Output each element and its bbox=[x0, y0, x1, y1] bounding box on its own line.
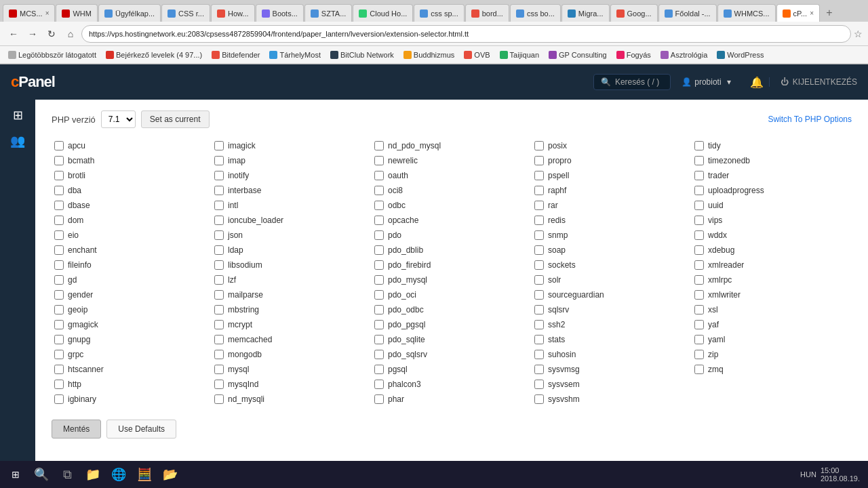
ext-checkbox-xdebug[interactable] bbox=[694, 245, 704, 255]
ext-checkbox-oauth[interactable] bbox=[374, 171, 384, 180]
ext-checkbox-odbc[interactable] bbox=[374, 201, 384, 210]
tab-ugyfel[interactable]: Ügyfélkap... bbox=[98, 4, 161, 22]
taskbar-search[interactable]: 🔍 bbox=[29, 462, 54, 487]
bm-wordpress[interactable]: WordPress bbox=[713, 49, 768, 60]
users-icon[interactable]: 👥 bbox=[10, 134, 25, 148]
ext-checkbox-htscanner[interactable] bbox=[54, 365, 64, 374]
ext-checkbox-geoip[interactable] bbox=[54, 305, 64, 314]
ext-checkbox-igbinary[interactable] bbox=[54, 394, 64, 404]
ext-checkbox-brotli[interactable] bbox=[54, 171, 64, 180]
save-button[interactable]: Mentés bbox=[52, 420, 101, 439]
ext-checkbox-sqlsrv[interactable] bbox=[534, 305, 544, 314]
ext-checkbox-nd_pdo_mysql[interactable] bbox=[374, 141, 384, 150]
ext-checkbox-phalcon3[interactable] bbox=[374, 380, 384, 389]
tab-whmcs[interactable]: WHMCS... bbox=[717, 4, 776, 22]
ext-checkbox-redis[interactable] bbox=[534, 216, 544, 225]
ext-checkbox-bcmath[interactable] bbox=[54, 156, 64, 165]
ext-checkbox-solr[interactable] bbox=[534, 275, 544, 285]
ext-checkbox-suhosin[interactable] bbox=[534, 350, 544, 359]
tab-how[interactable]: How... bbox=[211, 4, 255, 22]
ext-checkbox-oci8[interactable] bbox=[374, 186, 384, 195]
tab-foldal[interactable]: Főoldal -... bbox=[658, 4, 717, 22]
ext-checkbox-eio[interactable] bbox=[54, 230, 64, 240]
ext-checkbox-wddx[interactable] bbox=[694, 230, 704, 240]
ext-checkbox-yaml[interactable] bbox=[694, 335, 704, 344]
ext-checkbox-imagick[interactable] bbox=[214, 141, 224, 150]
use-defaults-button[interactable]: Use Defaults bbox=[106, 420, 176, 439]
ext-checkbox-snmp[interactable] bbox=[534, 230, 544, 240]
ext-checkbox-raphf[interactable] bbox=[534, 186, 544, 195]
taskbar-taskview[interactable]: ⧉ bbox=[55, 462, 79, 487]
ext-checkbox-imap[interactable] bbox=[214, 156, 224, 165]
ext-checkbox-posix[interactable] bbox=[534, 141, 544, 150]
tab-close-mcs[interactable]: × bbox=[45, 9, 50, 17]
bm-ovb[interactable]: OVB bbox=[460, 49, 494, 60]
ext-checkbox-enchant[interactable] bbox=[54, 245, 64, 255]
set-current-button[interactable]: Set as current bbox=[141, 110, 210, 128]
ext-checkbox-rar[interactable] bbox=[534, 201, 544, 210]
ext-checkbox-trader[interactable] bbox=[694, 171, 704, 180]
ext-checkbox-pdo_oci[interactable] bbox=[374, 290, 384, 300]
ext-checkbox-lzf[interactable] bbox=[214, 275, 224, 285]
ext-checkbox-mcrypt[interactable] bbox=[214, 320, 224, 329]
ext-checkbox-zmq[interactable] bbox=[694, 365, 704, 374]
ext-checkbox-pspell[interactable] bbox=[534, 171, 544, 180]
ext-checkbox-vips[interactable] bbox=[694, 216, 704, 225]
ext-checkbox-sourceguardian[interactable] bbox=[534, 290, 544, 300]
ext-checkbox-http[interactable] bbox=[54, 380, 64, 389]
ext-checkbox-nd_mysqli[interactable] bbox=[214, 394, 224, 404]
tab-cssbo[interactable]: css bo... bbox=[510, 4, 561, 22]
ext-checkbox-uploadprogress[interactable] bbox=[694, 186, 704, 195]
taskbar-calculator[interactable]: 🧮 bbox=[132, 462, 157, 487]
ext-checkbox-sockets[interactable] bbox=[534, 260, 544, 270]
ext-checkbox-opcache[interactable] bbox=[374, 216, 384, 225]
start-button[interactable]: ⊞ bbox=[3, 462, 28, 487]
ext-checkbox-memcached[interactable] bbox=[214, 335, 224, 344]
bm-asztrologia[interactable]: Asztrológia bbox=[656, 49, 711, 60]
ext-checkbox-pdo_pgsql[interactable] bbox=[374, 320, 384, 329]
ext-checkbox-mysql[interactable] bbox=[214, 365, 224, 374]
ext-checkbox-apcu[interactable] bbox=[54, 141, 64, 150]
ext-checkbox-tidy[interactable] bbox=[694, 141, 704, 150]
ext-checkbox-mbstring[interactable] bbox=[214, 305, 224, 314]
taskbar-files[interactable]: 📁 bbox=[81, 462, 105, 487]
tab-boots[interactable]: Boots... bbox=[256, 4, 304, 22]
ext-checkbox-mysqInd[interactable] bbox=[214, 380, 224, 389]
bm-tarhelmost[interactable]: TárhelyMost bbox=[265, 49, 325, 60]
tab-cloudhos[interactable]: Cloud Ho... bbox=[353, 4, 413, 22]
taskbar-browser[interactable]: 🌐 bbox=[106, 462, 131, 487]
switch-php-options-link[interactable]: Switch To PHP Options bbox=[768, 115, 852, 124]
bm-buddhizmus[interactable]: Buddhizmus bbox=[399, 49, 459, 60]
ext-checkbox-libsodium[interactable] bbox=[214, 260, 224, 270]
ext-checkbox-fileinfo[interactable] bbox=[54, 260, 64, 270]
ext-checkbox-interbase[interactable] bbox=[214, 186, 224, 195]
ext-checkbox-dom[interactable] bbox=[54, 216, 64, 225]
tab-close-cpanel[interactable]: × bbox=[810, 9, 814, 17]
bm-fogyas[interactable]: Fogyás bbox=[612, 49, 655, 60]
logout-button[interactable]: ⏻ KIJELENTKEZÉS bbox=[769, 77, 857, 87]
ext-checkbox-xmlreader[interactable] bbox=[694, 260, 704, 270]
ext-checkbox-timezonedb[interactable] bbox=[694, 156, 704, 165]
ext-checkbox-ssh2[interactable] bbox=[534, 320, 544, 329]
back-button[interactable]: ← bbox=[5, 26, 22, 42]
ext-checkbox-dba[interactable] bbox=[54, 186, 64, 195]
ext-checkbox-newrelic[interactable] bbox=[374, 156, 384, 165]
tab-migra[interactable]: Migra... bbox=[561, 4, 610, 22]
tab-csssp[interactable]: css sp... bbox=[414, 4, 464, 22]
url-input[interactable] bbox=[81, 25, 851, 43]
ext-checkbox-dbase[interactable] bbox=[54, 201, 64, 210]
grid-icon[interactable]: ⊞ bbox=[13, 108, 23, 123]
reload-button[interactable]: ↻ bbox=[43, 26, 60, 42]
ext-checkbox-gnupg[interactable] bbox=[54, 335, 64, 344]
ext-checkbox-sysvshm[interactable] bbox=[534, 394, 544, 404]
ext-checkbox-pdo_firebird[interactable] bbox=[374, 260, 384, 270]
bm-gp-consulting[interactable]: GP Consulting bbox=[545, 49, 611, 60]
ext-checkbox-pdo_dblib[interactable] bbox=[374, 245, 384, 255]
ext-checkbox-json[interactable] bbox=[214, 230, 224, 240]
ext-checkbox-mongodb[interactable] bbox=[214, 350, 224, 359]
ext-checkbox-xmlwriter[interactable] bbox=[694, 290, 704, 300]
search-button[interactable]: 🔍 Keresés ( / ) bbox=[593, 74, 671, 90]
ext-checkbox-pdo_sqlsrv[interactable] bbox=[374, 350, 384, 359]
ext-checkbox-intl[interactable] bbox=[214, 201, 224, 210]
bookmark-icon[interactable]: ☆ bbox=[854, 28, 863, 39]
